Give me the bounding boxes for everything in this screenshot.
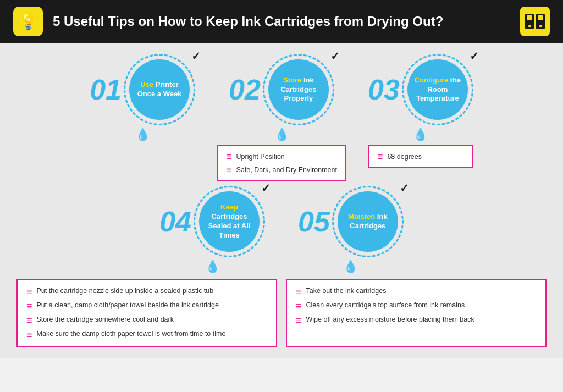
- tip-01-text: Use Printer Once a Week: [129, 80, 190, 99]
- tip-05-bottom-text-1: Take out the ink cartridges: [306, 287, 387, 295]
- page-title: 5 Useful Tips on How to Keep Ink Cartrid…: [53, 14, 510, 29]
- tip-03-dash-1: ≡: [377, 152, 383, 162]
- tip-01: 01 Use Printer Once a Week ✓ 💧: [90, 54, 195, 142]
- tip-04-bottom-text-3: Store the cartridge somewhere cool and d…: [37, 316, 174, 323]
- tip-01-number: 01: [90, 75, 122, 104]
- tip-04-text: Keep Cartridges Sealed at All Times: [199, 203, 260, 240]
- tip-05-checkmark: ✓: [400, 181, 409, 195]
- tip-04-bottom-text-1: Put the cartridge nozzle side up inside …: [37, 287, 214, 295]
- tip-04-bottom-3: ≡ Store the cartridge somewhere cool and…: [26, 316, 267, 325]
- tip-01-top: 01 Use Printer Once a Week ✓: [90, 54, 195, 125]
- tip-04-bottom-dash-2: ≡: [26, 301, 32, 311]
- tip-05-bottom-dash-3: ≡: [296, 316, 302, 325]
- tip-04-bottom-text-4: Make sure the damp cloth paper towel is …: [37, 330, 226, 338]
- header-bulb-icon: 💡: [13, 7, 43, 36]
- tip-01-circle-wrap: Use Printer Once a Week ✓: [124, 54, 195, 125]
- tip-04-number: 04: [159, 207, 191, 236]
- tip-05-dashed-circle: Moisten Ink Cartridges: [332, 186, 404, 257]
- tip-01-dashed-circle: Use Printer Once a Week: [124, 54, 195, 125]
- tip-04-droplet: 💧: [205, 260, 220, 274]
- tip-02-text: Store Ink Cartridges Properly: [268, 76, 329, 104]
- tip-01-solid-circle: Use Printer Once a Week: [129, 59, 190, 120]
- tip-02-info-text-1: Upright Position: [236, 153, 285, 161]
- cartridge-box-1: [525, 14, 534, 29]
- tip-05-droplet: 💧: [343, 260, 358, 274]
- tip-02-number: 02: [229, 75, 261, 104]
- tip-01-checkmark: ✓: [191, 49, 201, 63]
- tip-03-dashed-circle: Configure the Room Temperature: [402, 54, 473, 125]
- tip-02-group: 02 Store Ink Cartridges Properly ✓ 💧 ≡: [217, 54, 346, 181]
- tip-02-droplet: 💧: [274, 128, 289, 142]
- tip-03-number: 03: [368, 75, 400, 104]
- tip-02-info-1: ≡ Upright Position: [226, 152, 337, 162]
- header: 💡 5 Useful Tips on How to Keep Ink Cartr…: [0, 0, 563, 43]
- tip-05-top: 05 Moisten Ink Cartridges ✓: [298, 186, 404, 257]
- tip-03-top: 03 Configure the Room Temperature ✓: [368, 54, 473, 125]
- tip-05-number: 05: [298, 207, 330, 236]
- tip-04-highlight: Keep: [220, 203, 238, 211]
- tip-05-bottom-dash-2: ≡: [296, 301, 302, 311]
- tip-02-circle-wrap: Store Ink Cartridges Properly ✓: [263, 54, 334, 125]
- tip-04-checkmark: ✓: [261, 181, 271, 195]
- tip-01-highlight: Use: [140, 80, 153, 89]
- tip-02-info-2: ≡ Safe, Dark, and Dry Environment: [226, 165, 337, 175]
- tip-04-bottom-text-2: Put a clean, damp cloth/paper towel besi…: [37, 301, 219, 309]
- tip-04-bottom-dash-1: ≡: [26, 287, 32, 297]
- tip-03-checkmark: ✓: [470, 49, 479, 63]
- tip-04-top: 04 Keep Cartridges Sealed at All Times ✓: [159, 186, 265, 257]
- tip-04-bottom-2: ≡ Put a clean, damp cloth/paper towel be…: [26, 301, 267, 311]
- tip-02-checkmark: ✓: [330, 49, 340, 63]
- cartridge-box-2: [536, 14, 545, 29]
- tip-02-info-text-2: Safe, Dark, and Dry Environment: [236, 166, 337, 174]
- tip-05-highlight: Moisten: [348, 212, 375, 220]
- header-cartridge-icon: [520, 7, 550, 36]
- tip-04-circle-wrap: Keep Cartridges Sealed at All Times ✓: [194, 186, 265, 257]
- tip-01-droplet: 💧: [135, 128, 150, 142]
- tips-row-1: 01 Use Printer Once a Week ✓ 💧 02: [16, 54, 547, 181]
- tip-02-dashed-circle: Store Ink Cartridges Properly: [263, 54, 334, 125]
- tip-02-info-box: ≡ Upright Position ≡ Safe, Dark, and Dry…: [217, 145, 346, 181]
- tip-05-bottom-text-2: Clean every cartridge's top surface from…: [306, 301, 465, 309]
- tip-03-highlight: Configure: [415, 76, 448, 84]
- tip-02-dash-1: ≡: [226, 152, 232, 162]
- tip-05-bottom-2: ≡ Clean every cartridge's top surface fr…: [296, 301, 537, 311]
- main-content: 01 Use Printer Once a Week ✓ 💧 02: [0, 43, 563, 358]
- tip-03-group: 03 Configure the Room Temperature ✓ 💧: [368, 54, 473, 168]
- tip-03-circle-wrap: Configure the Room Temperature ✓: [402, 54, 473, 125]
- tip-04-group: 04 Keep Cartridges Sealed at All Times ✓…: [159, 186, 265, 274]
- tip-03-droplet: 💧: [413, 128, 428, 142]
- tip-05-text: Moisten Ink Cartridges: [338, 212, 398, 231]
- tip-03-solid-circle: Configure the Room Temperature: [407, 59, 468, 120]
- tip-05-bottom-text-3: Wipe off any excess moisture before plac…: [306, 316, 474, 323]
- tip-04-bottom-box: ≡ Put the cartridge nozzle side up insid…: [16, 279, 277, 347]
- tip-03-info-box: ≡ 68 degrees: [368, 145, 473, 168]
- cartridge-pair-icon: [525, 14, 545, 29]
- tip-05-bottom-3: ≡ Wipe off any excess moisture before pl…: [296, 316, 537, 325]
- tip-05-circle-wrap: Moisten Ink Cartridges ✓: [332, 186, 404, 257]
- tip-02-top: 02 Store Ink Cartridges Properly ✓: [229, 54, 334, 125]
- tip-03-text: Configure the Room Temperature: [407, 76, 468, 104]
- tip-02-highlight: Store: [283, 76, 301, 84]
- tip-05-group: 05 Moisten Ink Cartridges ✓ 💧: [298, 186, 404, 274]
- tip-05-solid-circle: Moisten Ink Cartridges: [338, 191, 398, 252]
- tips-row-2: 04 Keep Cartridges Sealed at All Times ✓…: [16, 186, 547, 274]
- tip-03-info-text-1: 68 degrees: [387, 153, 422, 161]
- cartridge-dot-2: [539, 25, 542, 27]
- tip-04-bottom-dash-3: ≡: [26, 316, 32, 325]
- tip-02-dash-2: ≡: [226, 165, 232, 175]
- tip-05-bottom-1: ≡ Take out the ink cartridges: [296, 287, 537, 297]
- cartridge-dot-1: [528, 25, 531, 27]
- tip-04-solid-circle: Keep Cartridges Sealed at All Times: [199, 191, 260, 252]
- tip-04-bottom-dash-4: ≡: [26, 330, 32, 340]
- tip-05-bottom-dash-1: ≡: [296, 287, 302, 297]
- tip-03-info-1: ≡ 68 degrees: [377, 152, 464, 162]
- tip-02-solid-circle: Store Ink Cartridges Properly: [268, 59, 329, 120]
- tip-04-bottom-1: ≡ Put the cartridge nozzle side up insid…: [26, 287, 267, 297]
- bottom-section: ≡ Put the cartridge nozzle side up insid…: [16, 279, 547, 347]
- tip-04-bottom-4: ≡ Make sure the damp cloth paper towel i…: [26, 330, 267, 340]
- tip-04-dashed-circle: Keep Cartridges Sealed at All Times: [194, 186, 265, 257]
- tip-05-bottom-box: ≡ Take out the ink cartridges ≡ Clean ev…: [286, 279, 547, 347]
